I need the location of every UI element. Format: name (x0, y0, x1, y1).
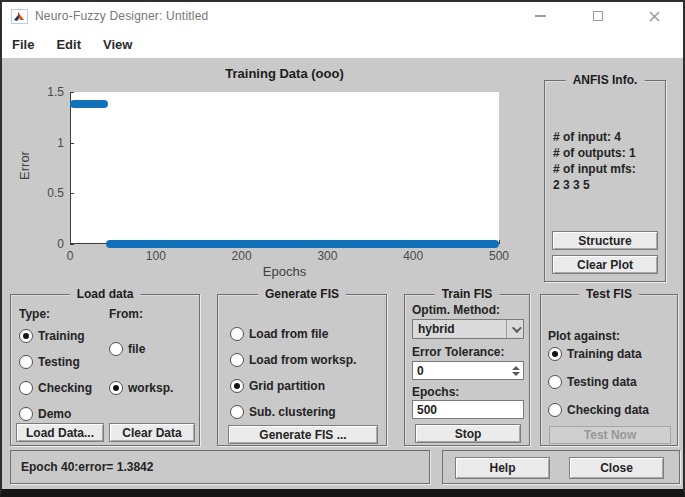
load-data-panel: Load data Type: From: Training Testing C… (10, 294, 200, 446)
y-tick-mark (70, 143, 74, 144)
window-controls (512, 2, 683, 30)
error-tolerance-stepper[interactable]: 0 (412, 361, 524, 380)
footer-actions-box: Help Close (442, 450, 680, 484)
y-axis-label: Error (17, 151, 32, 180)
radio-button-icon (19, 407, 33, 421)
menu-view[interactable]: View (103, 37, 132, 52)
spinner-down-icon (512, 372, 520, 376)
generate-fis-title: Generate FIS (258, 287, 346, 301)
plot-against-label: Plot against: (548, 329, 620, 343)
stop-button[interactable]: Stop (415, 424, 521, 443)
radio-button-icon (109, 381, 123, 395)
window-title: Neuro-Fuzzy Designer: Untitled (35, 9, 208, 23)
y-tick-label: 1 (34, 136, 64, 150)
x-tick-mark (499, 240, 500, 244)
radio-plot-training-data[interactable]: Training data (548, 347, 642, 361)
minimize-icon (535, 15, 546, 17)
train-fis-panel: Train FIS Optim. Method: hybrid Error To… (404, 294, 530, 446)
y-tick-mark (70, 193, 74, 194)
radio-button-icon (548, 375, 562, 389)
clear-data-button[interactable]: Clear Data (109, 423, 195, 442)
radio-plot-testing-data[interactable]: Testing data (548, 375, 637, 389)
y-tick-label: 0.5 (34, 186, 64, 200)
radio-from-worksp[interactable]: worksp. (109, 381, 173, 395)
training-data-plot (70, 92, 499, 244)
status-message: Epoch 40:error= 1.3842 (21, 460, 153, 474)
radio-button-icon (230, 327, 244, 341)
help-button[interactable]: Help (455, 457, 550, 479)
menu-edit[interactable]: Edit (56, 37, 81, 52)
footer-close-button[interactable]: Close (569, 457, 664, 479)
radio-button-icon (19, 329, 33, 343)
x-tick-label: 0 (55, 249, 85, 263)
chart-title: Training Data (ooo) (70, 66, 499, 81)
y-tick-mark (70, 92, 74, 93)
radio-sub-clustering[interactable]: Sub. clustering (230, 405, 336, 419)
radio-demo[interactable]: Demo (19, 407, 71, 421)
clear-plot-button[interactable]: Clear Plot (552, 255, 658, 274)
anfis-info-panel: ANFIS Info. # of input: 4 # of outputs: … (544, 80, 666, 282)
radio-button-icon (230, 379, 244, 393)
test-now-button[interactable]: Test Now (549, 426, 671, 444)
test-fis-panel: Test FIS Plot against: Training data Tes… (540, 294, 678, 446)
radio-testing[interactable]: Testing (19, 355, 80, 369)
radio-training[interactable]: Training (19, 329, 85, 343)
anfis-input-mfs-label: # of input mfs: (553, 161, 636, 177)
minimize-button[interactable] (512, 2, 569, 30)
load-data-button[interactable]: Load Data... (16, 423, 104, 442)
optim-method-select[interactable]: hybrid (412, 319, 524, 339)
x-axis-label: Epochs (70, 264, 499, 279)
x-tick-label: 400 (398, 249, 428, 263)
x-tick-label: 300 (312, 249, 342, 263)
anfis-input-mfs-values: 2 3 3 5 (553, 177, 636, 193)
generate-fis-panel: Generate FIS Load from file Load from wo… (217, 294, 387, 446)
matlab-app-icon (11, 9, 28, 24)
anfis-num-outputs: # of outputs: 1 (553, 145, 636, 161)
close-button[interactable] (626, 2, 683, 30)
anfis-num-inputs: # of input: 4 (553, 129, 636, 145)
x-tick-label: 100 (141, 249, 171, 263)
generate-fis-button[interactable]: Generate FIS ... (228, 425, 378, 444)
y-tick-label: 0 (34, 237, 64, 251)
radio-button-icon (109, 342, 123, 356)
epochs-input[interactable] (412, 400, 524, 419)
radio-plot-checking-data[interactable]: Checking data (548, 403, 649, 417)
maximize-icon (593, 11, 603, 21)
epochs-label: Epochs: (412, 385, 459, 399)
optim-method-label: Optim. Method: (412, 303, 500, 317)
spinner-up-icon (512, 366, 520, 370)
y-tick-mark (70, 244, 74, 245)
error-tolerance-value: 0 (413, 362, 508, 379)
radio-button-icon (230, 353, 244, 367)
x-tick-label: 500 (484, 249, 514, 263)
chevron-down-icon (506, 320, 523, 338)
type-label: Type: (19, 307, 50, 321)
close-icon (649, 11, 660, 22)
radio-load-from-file[interactable]: Load from file (230, 327, 328, 341)
structure-button[interactable]: Structure (552, 231, 658, 250)
radio-checking[interactable]: Checking (19, 381, 92, 395)
y-tick-label: 1.5 (34, 85, 64, 99)
radio-button-icon (19, 381, 33, 395)
test-fis-title: Test FIS (579, 287, 639, 301)
spinner-buttons[interactable] (508, 362, 523, 379)
radio-button-icon (548, 347, 562, 361)
radio-grid-partition[interactable]: Grid partition (230, 379, 325, 393)
load-data-title: Load data (70, 287, 141, 301)
title-bar: Neuro-Fuzzy Designer: Untitled (2, 2, 683, 30)
from-label: From: (109, 307, 143, 321)
menu-file[interactable]: File (12, 37, 34, 52)
menu-bar: File Edit View (2, 30, 683, 58)
data-series-training-error-before-convergence (70, 100, 108, 108)
app-body: Training Data (ooo) Error Epochs ANFIS I… (2, 58, 683, 489)
app-window: Neuro-Fuzzy Designer: Untitled File Edit… (0, 0, 685, 497)
radio-from-file[interactable]: file (109, 342, 145, 356)
anfis-info-text: # of input: 4 # of outputs: 1 # of input… (553, 129, 636, 193)
radio-load-from-worksp[interactable]: Load from worksp. (230, 353, 356, 367)
error-tolerance-label: Error Tolerance: (412, 345, 504, 359)
optim-method-value: hybrid (413, 322, 506, 336)
radio-button-icon (19, 355, 33, 369)
data-series-training-error-after-convergence (106, 240, 499, 248)
radio-button-icon (230, 405, 244, 419)
maximize-button[interactable] (569, 2, 626, 30)
